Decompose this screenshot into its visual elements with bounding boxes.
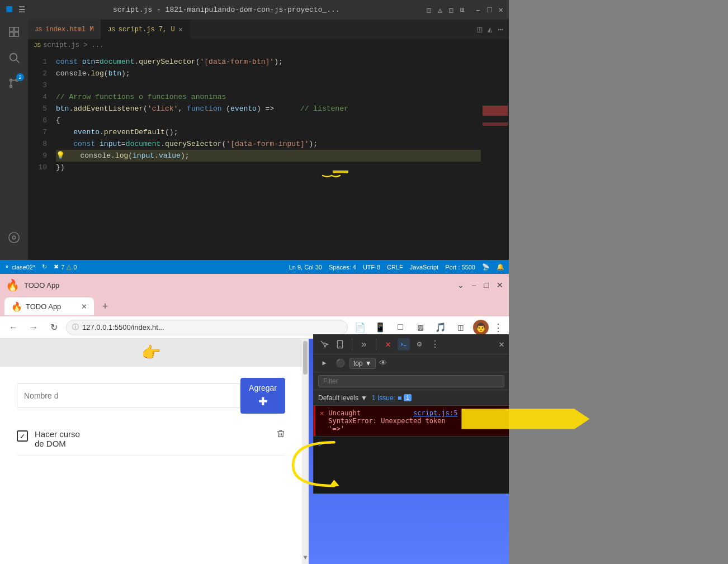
- toggle-panel-icon[interactable]: ◭: [488, 25, 492, 34]
- tab-title: TODO App: [26, 302, 61, 311]
- browser-chrome-bar: 🔥 TODO App ⌄ – □ ✕: [0, 274, 509, 296]
- status-sync[interactable]: ↻: [42, 263, 47, 271]
- svg-point-7: [10, 86, 12, 88]
- levels-label: Default levels: [318, 394, 358, 402]
- close-button[interactable]: ✕: [499, 5, 503, 15]
- delete-task-icon-1[interactable]: [276, 429, 285, 441]
- add-task-row: Agregar ✚: [17, 378, 285, 414]
- add-task-button[interactable]: Agregar ✚: [240, 378, 285, 414]
- eye-toggle-icon[interactable]: 👁: [379, 359, 387, 368]
- pdf-icon[interactable]: 📄: [352, 320, 368, 335]
- user-avatar[interactable]: 👨: [473, 320, 489, 335]
- scroll-bar[interactable]: ▼: [302, 339, 309, 564]
- minimap-selection: [483, 106, 508, 116]
- console-output: ✕ Uncaught script.js:5 SyntaxError: Unex…: [314, 406, 509, 494]
- error-uncaught-label: Uncaught: [328, 409, 409, 417]
- svg-rect-3: [15, 32, 18, 36]
- task-input-field[interactable]: [17, 383, 240, 408]
- code-line-4: // Arrow functions o funciones anonimas: [56, 91, 503, 103]
- minimize-button[interactable]: –: [476, 6, 480, 15]
- spaces-label[interactable]: Spaces: 4: [329, 264, 356, 271]
- error-indicator-icon[interactable]: ✕: [382, 338, 394, 350]
- code-editor[interactable]: const btn=document.querySelector('[data-…: [50, 51, 509, 260]
- source-control-badge: 2: [16, 73, 24, 81]
- broadcast-icon[interactable]: 📡: [482, 263, 490, 271]
- svg-point-11: [9, 233, 19, 243]
- more-actions-icon[interactable]: ⋯: [498, 24, 503, 35]
- new-tab-button[interactable]: +: [97, 298, 113, 314]
- scroll-thumb[interactable]: [303, 341, 308, 375]
- tab-close-icon[interactable]: ✕: [81, 302, 87, 311]
- browser-chevron-icon[interactable]: ⌄: [457, 281, 464, 290]
- js-lang-icon-small: JS: [34, 42, 41, 49]
- music-icon[interactable]: 🎵: [433, 320, 448, 335]
- issue-label: 1 Issue:: [372, 394, 395, 402]
- issue-counter[interactable]: 1 Issue: ■ 1: [372, 394, 412, 402]
- cursor-position[interactable]: Ln 9, Col 30: [289, 264, 322, 271]
- back-button[interactable]: ←: [6, 320, 21, 335]
- refresh-button[interactable]: ↻: [46, 320, 62, 335]
- scroll-down-arrow[interactable]: ▼: [303, 554, 307, 564]
- code-line-3: [56, 79, 503, 91]
- encoding-label[interactable]: UTF-8: [363, 264, 380, 271]
- console-error-line: ✕ Uncaught script.js:5 SyntaxError: Unex…: [314, 406, 509, 436]
- address-bar[interactable]: ⓘ 127.0.0.1:5500/index.ht...: [66, 320, 348, 335]
- svg-point-6: [10, 79, 12, 82]
- tab-index-html[interactable]: JS index.html M: [28, 20, 101, 39]
- warning-icon: △: [67, 263, 71, 271]
- filter-input-field[interactable]: [318, 375, 504, 387]
- browser-active-tab[interactable]: 🔥 TODO App ✕: [4, 297, 94, 315]
- browser-menu-button[interactable]: ⋮: [493, 321, 503, 334]
- devtools-context-bar: ▶ ⚫ top ▼ 👁: [314, 354, 509, 372]
- port-label[interactable]: Port : 5500: [445, 264, 475, 271]
- top-context-selector[interactable]: top ▼: [349, 358, 376, 369]
- explorer-icon[interactable]: [6, 24, 22, 40]
- tab-script-js[interactable]: JS script.js 7, U ✕: [101, 20, 190, 39]
- browser-app-icon: 🔥: [6, 278, 20, 292]
- error-source-link[interactable]: script.js:5: [413, 409, 457, 417]
- editor-area[interactable]: 1 2 3 4 5 6 7 8 9 10 const btn=document.…: [28, 51, 509, 260]
- status-right: Ln 9, Col 30 Spaces: 4 UTF-8 CRLF JavaSc…: [289, 263, 504, 271]
- task-checkbox-1[interactable]: ✓: [17, 430, 28, 442]
- play-icon[interactable]: ▶: [318, 357, 330, 369]
- layout-icon3[interactable]: ◫: [449, 6, 453, 15]
- settings-devtools-icon[interactable]: ⚙: [413, 338, 426, 350]
- layout-icon1[interactable]: ◫: [427, 6, 431, 15]
- bell-icon[interactable]: 🔔: [497, 263, 504, 271]
- mobile-icon[interactable]: 📱: [372, 320, 388, 335]
- error-count: 7: [61, 264, 64, 271]
- layout-icon2[interactable]: ◬: [438, 6, 442, 15]
- browser-close-button[interactable]: ✕: [497, 281, 503, 290]
- more-tools-icon[interactable]: »: [358, 338, 370, 350]
- device-mode-icon[interactable]: [334, 338, 346, 350]
- split-editor-icon[interactable]: ◫: [477, 25, 481, 34]
- status-branch[interactable]: ⚬ clase02*: [4, 263, 35, 271]
- language-label[interactable]: JavaScript: [410, 264, 438, 271]
- search-sidebar-icon[interactable]: [6, 50, 22, 65]
- hamburger-menu-icon[interactable]: ☰: [18, 5, 26, 15]
- puzzle-icon[interactable]: ▨: [413, 320, 428, 335]
- code-line-6: {: [56, 115, 503, 126]
- git-branch-icon: ⚬: [4, 263, 10, 271]
- screenshot-icon[interactable]: □: [393, 320, 408, 335]
- browser-minimize-button[interactable]: –: [472, 281, 476, 290]
- pause-icon[interactable]: ⚫: [334, 357, 346, 369]
- status-errors[interactable]: ✖ 7 △ 0: [54, 263, 77, 271]
- more-devtools-icon[interactable]: ⋮: [429, 338, 441, 350]
- maximize-button[interactable]: □: [487, 6, 491, 15]
- source-control-icon[interactable]: 2: [6, 75, 22, 91]
- default-levels-button[interactable]: Default levels ▼: [318, 394, 367, 402]
- console-tab-icon[interactable]: [398, 338, 410, 350]
- devtools-close-icon[interactable]: ✕: [499, 339, 504, 350]
- warning-count: 0: [73, 264, 77, 271]
- inspect-element-icon[interactable]: [318, 338, 330, 350]
- line-ending-label[interactable]: CRLF: [387, 264, 403, 271]
- extensions-icon[interactable]: [6, 233, 22, 248]
- sidebar-toggle-icon[interactable]: ◫: [453, 320, 469, 335]
- browser-maximize-button[interactable]: □: [484, 281, 489, 290]
- js-tab-close-icon[interactable]: ✕: [178, 25, 183, 34]
- layout-icon4[interactable]: ⊞: [460, 6, 465, 15]
- editor-tab-bar: JS index.html M JS script.js 7, U ✕ ◫ ◭ …: [28, 20, 509, 39]
- forward-button[interactable]: →: [26, 320, 41, 335]
- line-numbers: 1 2 3 4 5 6 7 8 9 10: [28, 51, 50, 260]
